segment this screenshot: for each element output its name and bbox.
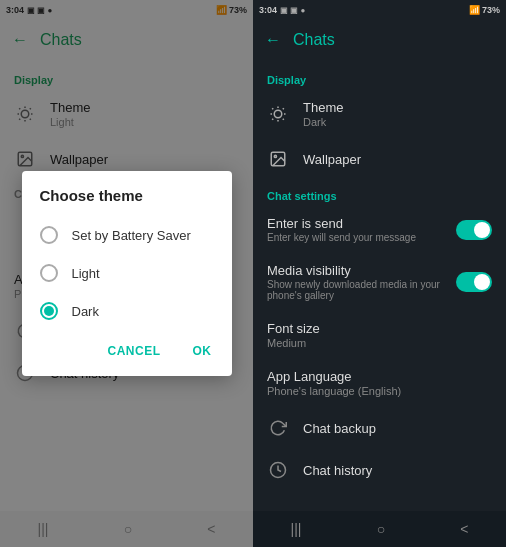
right-applanguage-subtitle: Phone's language (English) <box>267 385 401 397</box>
right-enter-text: Enter is send Enter key will send your m… <box>267 216 442 243</box>
right-theme-icon <box>267 103 289 125</box>
right-chatbackup-title: Chat backup <box>303 421 376 436</box>
dialog-overlay: Choose theme Set by Battery Saver Light … <box>0 0 253 547</box>
svg-line-20 <box>283 108 284 109</box>
svg-point-12 <box>274 110 282 118</box>
right-theme-title: Theme <box>303 100 343 115</box>
radio-battery[interactable] <box>40 226 58 244</box>
right-signal-icon: 📶 <box>469 5 480 15</box>
dialog-label-dark: Dark <box>72 304 99 319</box>
right-page-title: Chats <box>293 31 335 49</box>
right-back-button[interactable]: ← <box>265 31 281 49</box>
dialog-label-battery: Set by Battery Saver <box>72 228 191 243</box>
dialog-buttons: CANCEL OK <box>22 330 232 368</box>
right-nav-back[interactable]: < <box>460 521 468 537</box>
right-status-time: 3:04 ▣ ▣ ● <box>259 5 305 15</box>
theme-dialog: Choose theme Set by Battery Saver Light … <box>22 171 232 376</box>
dialog-ok-button[interactable]: OK <box>185 338 220 364</box>
right-media-title: Media visibility <box>267 263 442 278</box>
right-chatbackup-item[interactable]: Chat backup <box>253 407 506 449</box>
right-wallpaper-title: Wallpaper <box>303 152 361 167</box>
right-fontsize-subtitle: Medium <box>267 337 320 349</box>
right-applanguage-item[interactable]: App Language Phone's language (English) <box>253 359 506 407</box>
svg-line-19 <box>272 119 273 120</box>
right-media-toggle[interactable] <box>456 272 492 292</box>
right-status-bar: 3:04 ▣ ▣ ● 📶 73% <box>253 0 506 20</box>
radio-light[interactable] <box>40 264 58 282</box>
right-theme-item[interactable]: Theme Dark <box>253 90 506 138</box>
chatbackup-icon-right <box>267 417 289 439</box>
svg-line-15 <box>272 108 273 109</box>
right-nav-home[interactable]: ○ <box>377 521 385 537</box>
right-panel: 3:04 ▣ ▣ ● 📶 73% ← Chats Display Theme D… <box>253 0 506 547</box>
dialog-option-dark[interactable]: Dark <box>22 292 232 330</box>
right-chathistory-title: Chat history <box>303 463 372 478</box>
right-wallpaper-icon <box>267 148 289 170</box>
right-display-header: Display <box>253 64 506 90</box>
right-chatbackup-text: Chat backup <box>303 421 376 436</box>
right-theme-subtitle: Dark <box>303 116 343 128</box>
dialog-option-light[interactable]: Light <box>22 254 232 292</box>
svg-line-16 <box>283 119 284 120</box>
right-settings-content: Display Theme Dark Wallpaper Chat s <box>253 60 506 511</box>
right-fontsize-item[interactable]: Font size Medium <box>253 311 506 359</box>
dialog-label-light: Light <box>72 266 100 281</box>
right-theme-text: Theme Dark <box>303 100 343 128</box>
dialog-cancel-button[interactable]: CANCEL <box>100 338 169 364</box>
right-fontsize-title: Font size <box>267 321 320 336</box>
right-chathistory-text: Chat history <box>303 463 372 478</box>
right-notification-icons: ▣ ▣ ● <box>280 6 305 15</box>
right-fontsize-text: Font size Medium <box>267 321 320 349</box>
right-enter-title: Enter is send <box>267 216 442 231</box>
right-wallpaper-text: Wallpaper <box>303 152 361 167</box>
right-enter-toggle[interactable] <box>456 220 492 240</box>
radio-dark-fill <box>44 306 54 316</box>
right-applanguage-title: App Language <box>267 369 401 384</box>
left-panel: 3:04 ▣ ▣ ● 📶 73% ← Chats Display Theme L… <box>0 0 253 547</box>
svg-point-22 <box>274 155 276 157</box>
chathistory-icon-right <box>267 459 289 481</box>
right-media-item[interactable]: Media visibility Show newly downloaded m… <box>253 253 506 311</box>
dialog-option-battery[interactable]: Set by Battery Saver <box>22 216 232 254</box>
right-nav-menu[interactable]: ||| <box>291 521 302 537</box>
right-app-bar: ← Chats <box>253 20 506 60</box>
right-media-subtitle: Show newly downloaded media in your phon… <box>267 279 442 301</box>
right-status-icons: 📶 73% <box>469 5 500 15</box>
right-media-text: Media visibility Show newly downloaded m… <box>267 263 442 301</box>
toggle-knob <box>474 222 490 238</box>
radio-dark[interactable] <box>40 302 58 320</box>
dialog-title: Choose theme <box>22 187 232 216</box>
right-chatsettings-header: Chat settings <box>253 180 506 206</box>
right-enter-item[interactable]: Enter is send Enter key will send your m… <box>253 206 506 253</box>
right-enter-subtitle: Enter key will send your message <box>267 232 442 243</box>
right-chathistory-item[interactable]: Chat history <box>253 449 506 491</box>
toggle-knob-media <box>474 274 490 290</box>
right-wallpaper-item[interactable]: Wallpaper <box>253 138 506 180</box>
right-applanguage-text: App Language Phone's language (English) <box>267 369 401 397</box>
right-bottom-nav: ||| ○ < <box>253 511 506 547</box>
